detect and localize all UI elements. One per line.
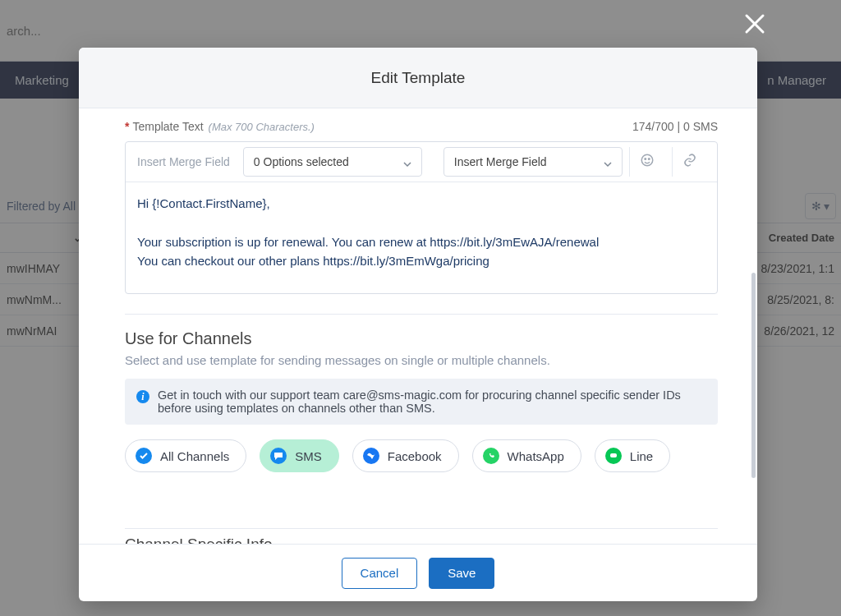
link-button[interactable]	[672, 147, 708, 177]
svg-point-4	[649, 159, 650, 160]
channel-whatsapp[interactable]: WhatsApp	[472, 439, 581, 472]
channel-line[interactable]: Line	[595, 439, 670, 472]
emoji-icon	[640, 153, 655, 171]
dropdown-value: Insert Merge Field	[454, 155, 547, 168]
chip-label: Facebook	[388, 449, 442, 463]
dropdown-value: 0 Options selected	[254, 155, 349, 168]
field-hint: (Max 700 Characters.)	[209, 121, 315, 133]
cancel-button[interactable]: Cancel	[342, 558, 418, 589]
svg-point-2	[642, 154, 654, 166]
channels-subtitle: Select and use template for sending mess…	[125, 353, 718, 367]
chip-label: Line	[630, 449, 653, 463]
modal-footer: Cancel Save	[79, 544, 757, 601]
insert-merge-field-dropdown[interactable]: Insert Merge Field	[443, 147, 623, 177]
sms-icon	[270, 448, 287, 464]
check-icon	[136, 448, 152, 464]
divider	[125, 314, 718, 315]
scrollbar[interactable]	[751, 273, 756, 478]
divider	[125, 528, 718, 529]
link-icon	[682, 153, 697, 171]
line-icon	[605, 448, 622, 464]
required-mark: *	[125, 120, 129, 133]
channel-chip-row: All Channels SMS Facebook WhatsApp	[125, 439, 718, 472]
whatsapp-icon	[483, 448, 499, 464]
chip-label: WhatsApp	[508, 449, 564, 463]
field-label: Template Text	[132, 120, 203, 133]
template-textarea[interactable]: Hi {!Contact.FirstName}, Your subscripti…	[126, 182, 717, 293]
options-selected-dropdown[interactable]: 0 Options selected	[243, 147, 422, 177]
facebook-icon	[363, 448, 379, 464]
modal-title: Edit Template	[79, 48, 757, 108]
chevron-down-icon	[403, 158, 411, 166]
info-icon: i	[136, 390, 149, 403]
chip-label: All Channels	[160, 449, 229, 463]
modal-body: * Template Text (Max 700 Characters.) 17…	[79, 108, 757, 544]
channel-all[interactable]: All Channels	[125, 439, 246, 472]
next-section-title-partial: Channel Specific Info	[125, 536, 718, 544]
chip-label: SMS	[295, 449, 322, 463]
merge-field-label: Insert Merge Field	[131, 155, 237, 168]
channels-info-box: i Get in touch with our support team car…	[125, 379, 718, 425]
channel-sms[interactable]: SMS	[260, 439, 339, 472]
channels-title: Use for Channels	[125, 329, 718, 348]
emoji-button[interactable]	[629, 147, 665, 177]
svg-point-3	[645, 159, 646, 160]
svg-rect-5	[610, 453, 617, 457]
info-text: Get in touch with our support team care@…	[158, 388, 706, 415]
char-counter: 174/700 | 0 SMS	[632, 120, 718, 133]
channel-facebook[interactable]: Facebook	[352, 439, 459, 472]
chevron-down-icon	[604, 158, 612, 166]
close-icon[interactable]	[742, 11, 767, 36]
template-editor: Insert Merge Field 0 Options selected In…	[125, 141, 718, 294]
save-button[interactable]: Save	[429, 558, 494, 589]
template-text-header: * Template Text (Max 700 Characters.) 17…	[125, 120, 718, 133]
edit-template-modal: Edit Template * Template Text (Max 700 C…	[79, 48, 757, 601]
editor-toolbar: Insert Merge Field 0 Options selected In…	[126, 142, 717, 182]
